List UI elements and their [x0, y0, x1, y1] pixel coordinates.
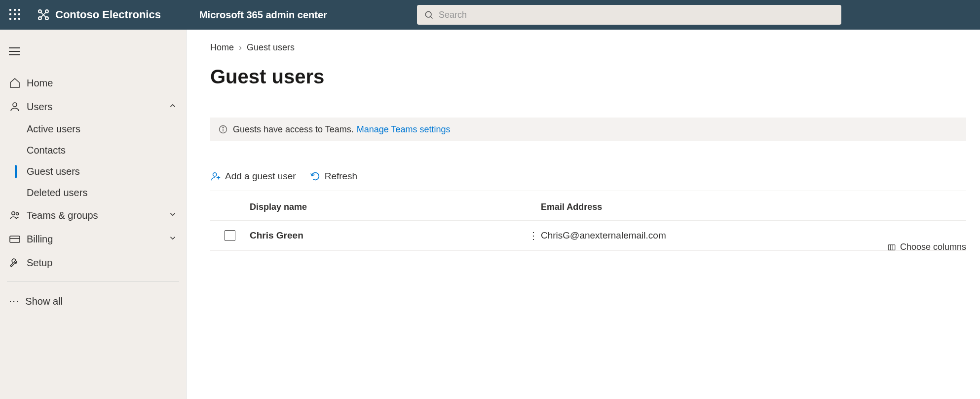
refresh-icon — [310, 171, 321, 182]
sidebar-item-label: Guest users — [27, 166, 80, 177]
sidebar-item-label: Deleted users — [27, 187, 87, 198]
sidebar-divider — [7, 281, 179, 282]
column-header-email[interactable]: Email Address — [541, 202, 966, 212]
sidebar-item-users[interactable]: Users — [0, 95, 186, 119]
sidebar: Home Users Active users Contacts — [0, 30, 187, 399]
search-box[interactable] — [417, 5, 841, 25]
row-more-button[interactable]: ⋮ — [526, 230, 541, 241]
refresh-button[interactable]: Refresh — [310, 171, 358, 182]
svg-point-14 — [213, 173, 217, 176]
sidebar-item-deleted-users[interactable]: Deleted users — [27, 182, 186, 203]
table-header: Display name Email Address — [210, 191, 966, 221]
svg-point-4 — [425, 11, 431, 17]
org-brand[interactable]: Contoso Electronics — [37, 8, 161, 22]
org-logo-icon — [37, 8, 50, 22]
breadcrumb-current[interactable]: Guest users — [247, 42, 295, 53]
sidebar-item-label: Active users — [27, 123, 80, 134]
choose-columns-label: Choose columns — [900, 242, 966, 252]
sidebar-item-label: Billing — [27, 234, 53, 245]
svg-point-1 — [45, 10, 48, 13]
sidebar-item-label: Users — [27, 101, 52, 113]
choose-columns-button[interactable]: Choose columns — [887, 242, 966, 252]
more-horizontal-icon: ··· — [9, 295, 19, 308]
sidebar-item-label: Teams & groups — [27, 210, 98, 221]
main-content: Home › Guest users Guest users Guests ha… — [187, 30, 980, 399]
sidebar-item-contacts[interactable]: Contacts — [27, 140, 186, 161]
sidebar-item-teams-groups[interactable]: Teams & groups — [0, 203, 186, 227]
sidebar-item-label: Setup — [27, 257, 52, 269]
breadcrumb-home[interactable]: Home — [210, 42, 234, 53]
info-banner: Guests have access to Teams. Manage Team… — [210, 118, 966, 141]
svg-line-5 — [430, 16, 432, 18]
nav-toggle-button[interactable] — [0, 35, 186, 62]
svg-point-7 — [12, 212, 15, 215]
hamburger-icon — [9, 47, 20, 55]
org-name: Contoso Electronics — [55, 8, 161, 21]
app-header: Contoso Electronics Microsoft 365 admin … — [0, 0, 980, 30]
svg-point-3 — [45, 17, 48, 20]
sidebar-item-home[interactable]: Home — [0, 71, 186, 95]
sidebar-item-guest-users[interactable]: Guest users — [27, 161, 186, 182]
credit-card-icon — [9, 233, 21, 245]
column-header-display-name[interactable]: Display name — [250, 202, 526, 212]
svg-point-13 — [223, 127, 224, 128]
row-email: ChrisG@anexternalemail.com — [541, 230, 966, 241]
svg-rect-17 — [888, 244, 895, 250]
sidebar-item-active-users[interactable]: Active users — [27, 119, 186, 140]
table-row[interactable]: Chris Green ⋮ ChrisG@anexternalemail.com — [210, 221, 966, 251]
svg-point-0 — [38, 10, 41, 13]
command-label: Refresh — [325, 171, 358, 182]
breadcrumb: Home › Guest users — [210, 42, 966, 53]
info-icon — [218, 124, 228, 134]
svg-point-6 — [13, 103, 17, 107]
breadcrumb-separator: › — [239, 42, 242, 53]
sidebar-item-setup[interactable]: Setup — [0, 251, 186, 275]
sidebar-item-label: Contacts — [27, 145, 66, 156]
home-icon — [9, 77, 21, 89]
page-title: Guest users — [210, 66, 966, 88]
more-vertical-icon: ⋮ — [528, 230, 538, 241]
chevron-down-icon — [168, 210, 177, 221]
wrench-icon — [9, 257, 21, 269]
columns-icon — [887, 243, 896, 252]
waffle-icon — [9, 9, 21, 21]
search-input[interactable] — [439, 10, 834, 20]
app-launcher-button[interactable] — [4, 3, 27, 26]
command-bar: Add a guest user Refresh — [210, 171, 966, 191]
svg-point-2 — [38, 17, 41, 20]
chevron-up-icon — [168, 101, 177, 113]
svg-point-8 — [16, 213, 19, 215]
search-icon — [424, 10, 434, 20]
command-label: Add a guest user — [225, 171, 296, 182]
row-checkbox[interactable] — [225, 230, 235, 241]
svg-rect-9 — [10, 236, 20, 242]
chevron-down-icon — [168, 234, 177, 245]
banner-link[interactable]: Manage Teams settings — [357, 124, 451, 135]
person-icon — [9, 101, 21, 113]
banner-text: Guests have access to Teams. — [233, 124, 354, 135]
row-display-name[interactable]: Chris Green — [250, 230, 526, 241]
show-all-label: Show all — [25, 296, 63, 307]
person-add-icon — [210, 171, 221, 182]
app-title: Microsoft 365 admin center — [199, 9, 327, 21]
people-icon — [9, 209, 21, 221]
sidebar-item-billing[interactable]: Billing — [0, 227, 186, 251]
add-guest-user-button[interactable]: Add a guest user — [210, 171, 296, 182]
sidebar-item-label: Home — [27, 78, 53, 89]
sidebar-show-all[interactable]: ··· Show all — [0, 289, 186, 314]
